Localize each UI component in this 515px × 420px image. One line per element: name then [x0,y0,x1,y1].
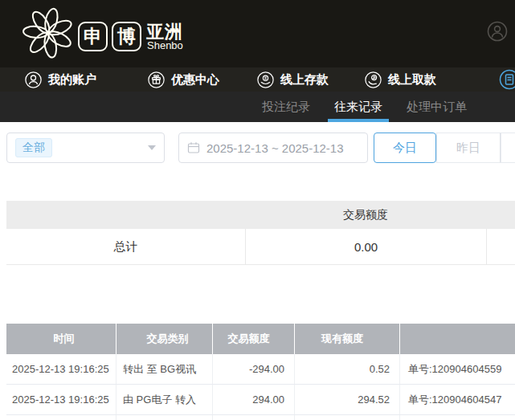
cell-balance: 0.52 [295,354,400,384]
summary-total-row: 总计 0.00 [6,229,515,265]
col-header-ref [400,324,515,354]
col-header-balance: 现有额度 [295,324,400,354]
main-nav: 我的账户 优惠中心 [0,67,515,92]
site-header: 申 博 亚洲 Shenbo [0,0,515,67]
summary-total-value: 0.00 [245,229,486,264]
user-icon [25,71,42,88]
cell-ref: 单号:120904604559 [400,354,515,384]
type-select[interactable]: 全部 [6,133,165,163]
deposit-icon [257,71,274,88]
brand-latin: Shenbo [147,39,183,51]
date-range-value: 2025-12-13 ~ 2025-12-13 [206,141,344,155]
chevron-down-icon [148,145,156,150]
nav-item-deposit[interactable]: 线上存款 [257,71,329,88]
table-row: 2025-12-13 19:16:25 由 PG电子 转入 294.00 294… [6,385,515,415]
nav-label: 线上存款 [280,72,329,88]
nav-label: 线上取款 [388,72,436,88]
transfer-icon[interactable] [499,69,515,90]
gift-icon [148,71,165,88]
nav-label: 我的账户 [48,72,96,88]
tab-transaction-records[interactable]: 往来记录 [333,92,384,122]
nav-label: 优惠中心 [171,72,219,88]
nav-item-promotions[interactable]: 优惠中心 [148,71,219,88]
cell-time: 2025-12-13 19:16:25 [6,385,116,414]
week-button-partial[interactable] [501,133,515,163]
record-tabs: 投注纪录 往来记录 处理中订单 [0,92,515,122]
cell-type: 由 PG电子 转入 [116,385,213,414]
flower-logo-icon [21,6,76,60]
cell-amount: 294.00 [213,385,295,414]
nav-item-withdraw[interactable]: 线上取款 [365,71,436,88]
col-header-amount: 交易额度 [213,324,295,354]
filter-bar: 全部 2025-12-13 ~ 2025-12-13 今日 昨日 [0,122,515,178]
selected-type-tag[interactable]: 全部 [15,138,52,157]
today-button[interactable]: 今日 [374,133,436,163]
summary-table: 交易额度 总计 0.00 [6,201,515,265]
summary-total-extra [486,229,515,264]
summary-total-label: 总计 [6,239,245,255]
transactions-table: 时间 交易类别 交易额度 现有额度 2025-12-13 19:16:25 转出… [6,324,515,420]
withdraw-icon [365,71,382,88]
table-row: 2025-12-13 19:16:25 转出 至 BG视讯 -294.00 0.… [6,354,515,385]
yesterday-button[interactable]: 昨日 [436,133,501,163]
page: 申 博 亚洲 Shenbo 我的账户 [0,0,515,420]
cell-balance: 294.52 [295,385,400,414]
nav-item-my-account[interactable]: 我的账户 [25,71,96,88]
brand-char-bo: 博 [112,22,141,51]
cell-type: 转出 至 BG视讯 [116,354,213,384]
tab-pending-orders[interactable]: 处理中订单 [405,92,468,122]
cell-time: 2025-12-13 19:16:25 [6,354,116,384]
avatar-icon[interactable] [487,21,508,42]
summary-header-amount: 交易额度 [245,208,486,222]
date-range-input[interactable]: 2025-12-13 ~ 2025-12-13 [178,133,368,163]
brand-char-shen: 申 [78,22,108,51]
tab-betting-records[interactable]: 投注纪录 [260,92,312,122]
col-header-type: 交易类别 [116,324,213,354]
cell-ref: 单号:120904604547 [400,385,515,414]
col-header-time: 时间 [6,324,116,354]
summary-header-row: 交易额度 [6,201,515,229]
transactions-header-row: 时间 交易类别 交易额度 现有额度 [6,324,515,354]
table-row-partial [6,415,515,420]
cell-amount: -294.00 [213,354,295,384]
calendar-icon [187,141,200,154]
